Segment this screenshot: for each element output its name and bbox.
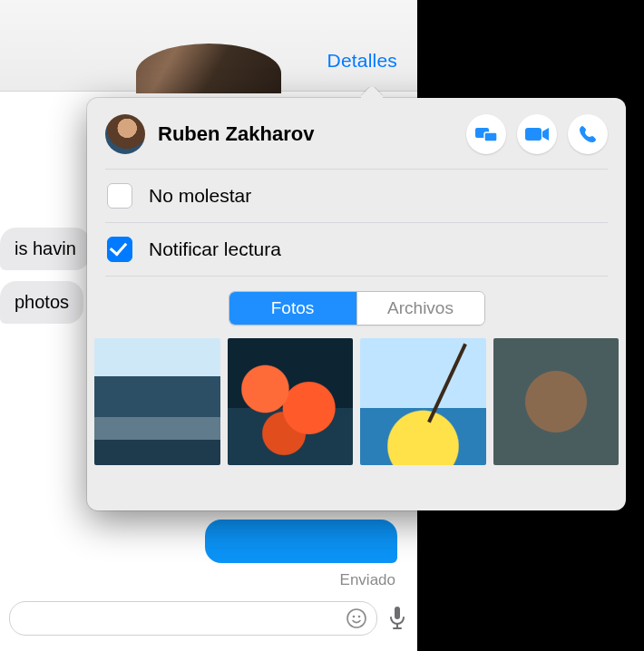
screen-share-button[interactable]: [466, 114, 506, 154]
outgoing-message[interactable]: [205, 520, 397, 563]
read-receipts-row[interactable]: Notificar lectura: [87, 223, 626, 276]
incoming-message[interactable]: photos: [0, 281, 83, 324]
photo-thumbnail[interactable]: [360, 338, 486, 465]
popover-arrow: [361, 87, 383, 98]
contact-avatar[interactable]: [105, 114, 145, 154]
contact-name: Ruben Zakharov: [158, 122, 466, 146]
photo-thumbnail[interactable]: [94, 338, 220, 465]
audio-call-button[interactable]: [568, 114, 608, 154]
message-input[interactable]: [9, 601, 377, 636]
read-receipts-label: Notificar lectura: [149, 238, 281, 260]
svg-rect-8: [525, 128, 542, 141]
emoji-icon[interactable]: [346, 607, 367, 629]
contact-actions: [466, 114, 608, 154]
do-not-disturb-checkbox[interactable]: [107, 183, 132, 209]
conversation-header: Detalles: [0, 0, 417, 92]
video-call-button[interactable]: [517, 114, 557, 154]
do-not-disturb-row[interactable]: No molestar: [87, 170, 626, 222]
microphone-icon[interactable]: [386, 605, 408, 632]
svg-point-1: [353, 616, 356, 618]
popover-header: Ruben Zakharov: [87, 98, 626, 169]
svg-rect-7: [484, 132, 497, 141]
photo-thumbnail[interactable]: [493, 338, 620, 465]
photo-grid: [87, 338, 626, 465]
read-receipts-checkbox[interactable]: [107, 237, 132, 262]
attachments-segment: Fotos Archivos: [87, 277, 626, 338]
photo-thumbnail[interactable]: [228, 338, 354, 465]
details-button[interactable]: Detalles: [327, 50, 397, 72]
details-popover: Ruben Zakharov No molestar Notificar lec…: [87, 98, 626, 510]
header-shared-photo: [136, 44, 281, 93]
segment-photos[interactable]: Fotos: [229, 292, 356, 325]
svg-point-0: [347, 609, 366, 627]
incoming-message[interactable]: is havin: [0, 228, 91, 270]
segment-files[interactable]: Archivos: [356, 292, 484, 325]
do-not-disturb-label: No molestar: [149, 185, 251, 207]
svg-rect-3: [395, 607, 400, 619]
delivery-status: Enviado: [340, 571, 395, 589]
compose-bar: [9, 600, 408, 636]
svg-point-2: [358, 616, 361, 618]
